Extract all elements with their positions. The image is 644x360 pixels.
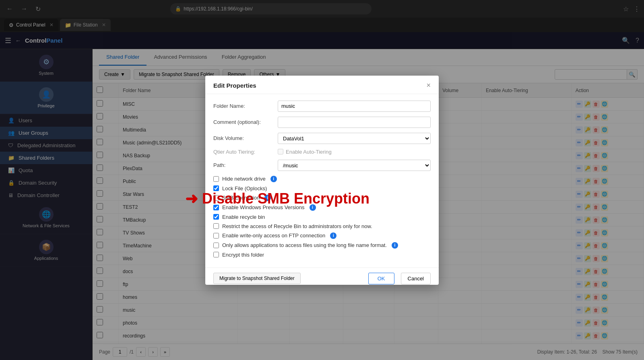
- hide-network-info-icon[interactable]: i: [270, 176, 277, 182]
- comment-label: Comment (optional):: [213, 119, 278, 125]
- hide-network-checkbox[interactable]: [213, 176, 219, 182]
- checkboxes-container: Hide network drive i Lock File (Oplocks)…: [213, 176, 431, 258]
- disk-volume-row: Disk Volume: DataVol1: [213, 133, 431, 144]
- long-filename-info-icon[interactable]: i: [392, 242, 398, 249]
- path-label: Path:: [213, 162, 278, 168]
- red-arrow-icon: ➜: [185, 190, 198, 208]
- checkbox-restrict-recycle: Restrict the access of Recycle Bin to ad…: [213, 223, 431, 229]
- qtier-row: Qtier Auto Tiering: Enable Auto-Tiering: [213, 149, 431, 155]
- hide-network-label: Hide network drive: [222, 176, 266, 182]
- edit-properties-modal: Edit Properties × Folder Name: Comment (…: [205, 76, 439, 285]
- encrypt-folder-label: Encrypt this folder: [222, 252, 264, 258]
- enable-windows-label: Enable Windows Previous Versions: [222, 204, 305, 210]
- checkbox-enable-windows: Enable Windows Previous Versions i: [213, 204, 431, 211]
- modal-title: Edit Properties: [213, 82, 256, 89]
- restrict-recycle-label: Restrict the access of Recycle Bin to ad…: [222, 223, 372, 229]
- footer-action-buttons: OK Cancel: [368, 273, 431, 284]
- enable-windows-checkbox[interactable]: [213, 205, 219, 210]
- encrypt-folder-checkbox[interactable]: [213, 252, 219, 257]
- qtier-checkbox[interactable]: [278, 149, 283, 154]
- path-row: Path: /music: [213, 160, 431, 171]
- enable-windows-info-icon[interactable]: i: [310, 204, 316, 211]
- path-select[interactable]: /music: [278, 160, 431, 171]
- modal-header: Edit Properties ×: [205, 76, 439, 94]
- modal-overlay: Edit Properties × Folder Name: Comment (…: [0, 0, 644, 360]
- enable-recycle-label: Enable recycle bin: [222, 214, 265, 220]
- ftp-writeonly-label: Enable write-only access on FTP connecti…: [222, 232, 325, 239]
- folder-name-row: Folder Name:: [213, 101, 431, 112]
- ftp-writeonly-info-icon[interactable]: i: [330, 232, 336, 239]
- checkbox-smb-encryption: SMB Encryption i: [213, 195, 431, 201]
- qtier-label: Qtier Auto Tiering:: [213, 149, 278, 155]
- ok-button[interactable]: OK: [368, 273, 394, 284]
- cancel-button[interactable]: Cancel: [401, 273, 431, 284]
- modal-body: Folder Name: Comment (optional): Disk Vo…: [205, 94, 439, 267]
- migrate-snapshot-button[interactable]: Migrate to Snapshot Shared Folder: [213, 273, 301, 284]
- folder-name-input[interactable]: [278, 101, 431, 112]
- lock-file-label: Lock File (Oplocks): [222, 185, 267, 191]
- checkbox-long-filename: Only allows applications to access files…: [213, 242, 431, 249]
- checkbox-hide-network: Hide network drive i: [213, 176, 431, 182]
- disk-volume-select[interactable]: DataVol1: [278, 133, 431, 144]
- checkbox-enable-recycle: Enable recycle bin: [213, 214, 431, 220]
- qtier-checkbox-container: Enable Auto-Tiering: [278, 149, 332, 155]
- folder-name-label: Folder Name:: [213, 103, 278, 109]
- checkbox-lock-file: Lock File (Oplocks): [213, 185, 431, 191]
- ftp-writeonly-checkbox[interactable]: [213, 233, 219, 239]
- comment-input[interactable]: [278, 117, 431, 128]
- long-filename-checkbox[interactable]: [213, 243, 219, 248]
- smb-encryption-label: SMB Encryption: [222, 195, 260, 201]
- checkbox-encrypt-folder: Encrypt this folder: [213, 252, 431, 258]
- modal-footer: Migrate to Snapshot Shared Folder OK Can…: [205, 267, 439, 285]
- modal-close-button[interactable]: ×: [426, 81, 431, 90]
- lock-file-checkbox[interactable]: [213, 185, 219, 191]
- long-filename-label: Only allows applications to access files…: [222, 242, 387, 248]
- checkbox-ftp-writeonly: Enable write-only access on FTP connecti…: [213, 232, 431, 239]
- enable-recycle-checkbox[interactable]: [213, 214, 219, 220]
- comment-row: Comment (optional):: [213, 117, 431, 128]
- smb-encryption-checkbox[interactable]: [213, 195, 219, 201]
- disk-volume-label: Disk Volume:: [213, 135, 278, 141]
- smb-encryption-info-icon[interactable]: i: [264, 195, 271, 201]
- restrict-recycle-checkbox[interactable]: [213, 223, 219, 229]
- qtier-checkbox-label: Enable Auto-Tiering: [286, 149, 332, 155]
